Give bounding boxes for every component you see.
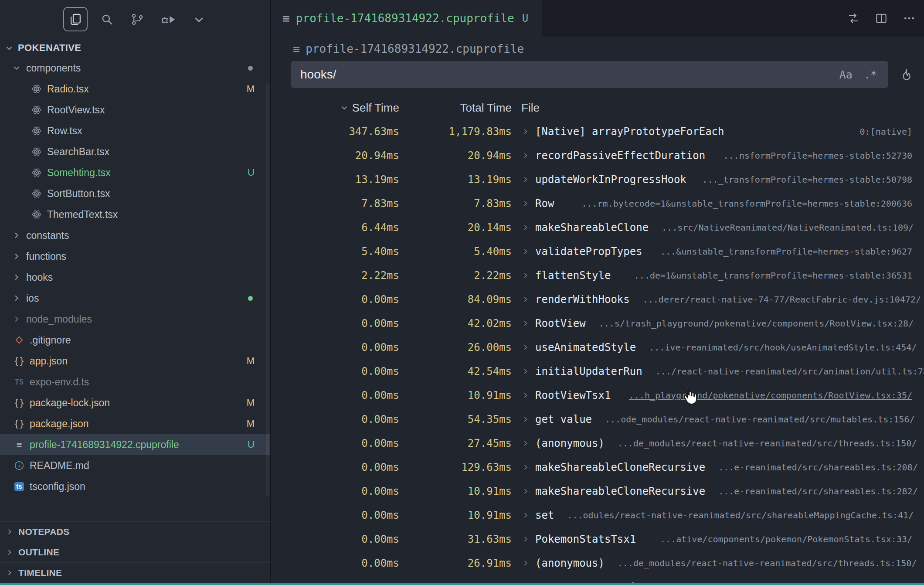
project-root-header[interactable]: POKENATIVE <box>0 38 270 58</box>
file-location-link[interactable]: ...e-reanimated/src/shareables.ts:208/ <box>705 462 918 473</box>
profile-table-row[interactable]: 20.94ms20.94msrecordPassiveEffectDuratio… <box>271 143 924 167</box>
expand-chevron-icon[interactable] <box>521 559 530 568</box>
explorer-item[interactable]: SearchBar.tsx <box>0 141 270 162</box>
breadcrumb[interactable]: ≡ profile-1741689314922.cpuprofile <box>271 37 924 61</box>
profile-table-row[interactable]: 0.00ms84.09msrenderWithHooks...derer/rea… <box>271 287 924 311</box>
expand-chevron-icon[interactable] <box>521 223 530 232</box>
file-location-link[interactable]: ...de_modules/react-native-reanimated/sr… <box>605 558 917 568</box>
explorer-item[interactable]: Somehting.tsxU <box>0 162 270 183</box>
expand-chevron-icon[interactable] <box>521 319 530 328</box>
split-editor-icon[interactable] <box>873 10 889 26</box>
explorer-item[interactable]: Row.tsx <box>0 120 270 141</box>
explorer-item[interactable]: constants <box>0 225 270 246</box>
profile-table-row[interactable]: 5.40ms5.40msvalidatePropTypes...&unstabl… <box>271 239 924 263</box>
expand-chevron-icon[interactable] <box>521 199 530 208</box>
explorer-item[interactable]: RootView.tsx <box>0 99 270 120</box>
profile-table-row[interactable]: 347.63ms1,179.83ms[Native] arrayPrototyp… <box>271 119 924 143</box>
profile-table-row[interactable]: 0.00ms10.91msset...odules/react-native-r… <box>271 503 924 527</box>
profile-table-row[interactable]: 2.22ms2.22msflattenStyle...de=1&unstable… <box>271 263 924 287</box>
expand-chevron-icon[interactable] <box>521 271 530 280</box>
file-location-link[interactable]: ...ative/components/pokemon/PokemonStats… <box>647 534 912 544</box>
explorer-item[interactable]: {}package.jsonM <box>0 413 270 434</box>
explorer-icon[interactable] <box>63 7 88 31</box>
expand-chevron-icon[interactable] <box>521 295 530 304</box>
explorer-item[interactable]: ThemedText.tsx <box>0 204 270 225</box>
profile-table-row[interactable]: 0.00ms42.02msRootView...s/trash_playgrou… <box>271 311 924 335</box>
regex-toggle[interactable]: .* <box>864 68 877 81</box>
explorer-item[interactable]: {}app.jsonM <box>0 350 270 371</box>
profile-table-row[interactable]: 0.00ms27.45ms(anonymous)...de_modules/re… <box>271 431 924 455</box>
profile-table-row[interactable]: 13.19ms13.19msupdateWorkInProgressHook..… <box>271 167 924 191</box>
file-location-link[interactable]: ...ive-reanimated/src/hook/useAnimatedSt… <box>636 342 917 353</box>
file-location-link[interactable]: .../react-native-reanimated/src/animatio… <box>642 366 924 377</box>
explorer-item[interactable]: TSexpo-env.d.ts <box>0 371 270 392</box>
sidebar-section-notepads[interactable]: NOTEPADS <box>0 521 270 542</box>
self-time-header[interactable]: Self Time <box>271 101 399 115</box>
compare-changes-icon[interactable] <box>846 10 861 26</box>
explorer-item[interactable]: SortButton.tsx <box>0 183 270 204</box>
expand-chevron-icon[interactable] <box>521 343 530 352</box>
expand-chevron-icon[interactable] <box>521 535 530 544</box>
expand-chevron-icon[interactable] <box>521 175 530 184</box>
profile-table-row[interactable]: 0.00ms54.35msget value...ode_modules/rea… <box>271 407 924 431</box>
filter-input[interactable] <box>291 68 839 82</box>
file-location-link[interactable]: ...de=1&unstable_transformProfile=hermes… <box>621 270 912 281</box>
tab-cpuprofile[interactable]: ≡ profile-1741689314922.cpuprofile U <box>271 0 542 37</box>
profile-table-row[interactable]: 0.00ms42.54msinitialUpdaterRun.../react-… <box>271 359 924 383</box>
expand-chevron-icon[interactable] <box>521 463 530 472</box>
chevron-down-icon[interactable] <box>187 7 211 31</box>
expand-chevron-icon[interactable] <box>521 151 530 160</box>
expand-chevron-icon[interactable] <box>521 127 530 136</box>
profile-table-row[interactable]: 6.44ms20.14msmakeShareableClone...src/Na… <box>271 215 924 239</box>
total-time-header[interactable]: Total Time <box>399 101 512 115</box>
file-location-link[interactable]: ...h_playground/pokenative/components/Ro… <box>616 390 912 401</box>
file-location-link[interactable]: ...ode_modules/react-native-reanimated/s… <box>592 414 914 425</box>
file-location-link[interactable]: ...&unstable_transformProfile=hermes-sta… <box>647 246 912 257</box>
profile-table-row[interactable]: 0.00ms129.63msmakeShareableCloneRecursiv… <box>271 455 924 479</box>
explorer-item[interactable]: components <box>0 58 270 78</box>
explorer-item[interactable]: README.md <box>0 455 270 476</box>
explorer-item[interactable]: node_modules <box>0 309 270 330</box>
flame-graph-icon[interactable] <box>893 64 919 85</box>
explorer-item[interactable]: tstsconfig.json <box>0 476 270 497</box>
more-actions-icon[interactable] <box>901 10 917 26</box>
explorer-item[interactable]: hooks <box>0 267 270 288</box>
file-header[interactable]: File <box>512 101 924 115</box>
profile-table-row[interactable]: 7.83ms7.83msRow...rm.bytecode=1&unstable… <box>271 191 924 215</box>
explorer-item[interactable]: .gitignore <box>0 330 270 350</box>
match-case-toggle[interactable]: Aa <box>839 68 853 81</box>
sidebar-section-timeline[interactable]: TIMELINE <box>0 562 270 583</box>
explorer-item[interactable]: {}package-lock.jsonM <box>0 392 270 413</box>
expand-chevron-icon[interactable] <box>521 439 530 448</box>
file-location-link[interactable]: ...nsformProfile=hermes-stable:52730 <box>710 150 912 161</box>
profile-table-row[interactable]: 0.00ms26.91ms(anonymous)...de_modules/re… <box>271 551 924 575</box>
profile-table-row[interactable]: 0.00ms26.91msexecuteOnUIRuntimeSync...ed… <box>271 575 924 583</box>
file-location-link[interactable]: ...e-reanimated/src/shareables.ts:282/ <box>705 486 918 497</box>
file-location-link[interactable]: ...derer/react-native-74-77/ReactFabric-… <box>630 294 921 305</box>
expand-chevron-icon[interactable] <box>521 247 530 256</box>
file-location-link[interactable]: ..._transformProfile=hermes-stable:50798 <box>689 174 912 185</box>
search-icon[interactable] <box>95 7 119 31</box>
profile-table-row[interactable]: 0.00ms31.63msPokemonStatsTsx1...ative/co… <box>271 527 924 551</box>
explorer-item[interactable]: Radio.tsxM <box>0 78 270 99</box>
run-debug-icon[interactable] <box>156 7 180 31</box>
file-location-link[interactable]: ...de_modules/react-native-reanimated/sr… <box>605 438 917 449</box>
profile-table-row[interactable]: 0.00ms26.00msuseAnimatedStyle...ive-rean… <box>271 335 924 359</box>
expand-chevron-icon[interactable] <box>521 511 530 520</box>
file-location-link[interactable]: ...rm.bytecode=1&unstable_transformProfi… <box>568 198 912 209</box>
file-location-link[interactable]: ...src/NativeReanimated/NativeReanimated… <box>649 222 914 233</box>
file-location-link[interactable]: ...odules/react-native-reanimated/src/sh… <box>554 510 914 520</box>
profile-table-row[interactable]: 0.00ms10.91msmakeShareableCloneRecursive… <box>271 479 924 503</box>
explorer-item[interactable]: functions <box>0 246 270 267</box>
source-control-icon[interactable] <box>125 7 149 31</box>
file-location-link[interactable]: ...s/trash_playground/pokenative/compone… <box>586 318 914 329</box>
sidebar-section-outline[interactable]: OUTLINE <box>0 542 270 562</box>
expand-chevron-icon[interactable] <box>521 391 530 400</box>
expand-chevron-icon[interactable] <box>521 415 530 424</box>
explorer-item[interactable]: ≡profile-1741689314922.cpuprofileU <box>0 434 270 455</box>
expand-chevron-icon[interactable] <box>521 487 530 496</box>
file-location-link[interactable]: 0:[native] <box>847 126 912 137</box>
sidebar-scrollbar[interactable] <box>266 83 269 497</box>
profile-table-row[interactable]: 0.00ms10.91msRootViewTsx1...h_playground… <box>271 383 924 407</box>
expand-chevron-icon[interactable] <box>521 367 530 376</box>
